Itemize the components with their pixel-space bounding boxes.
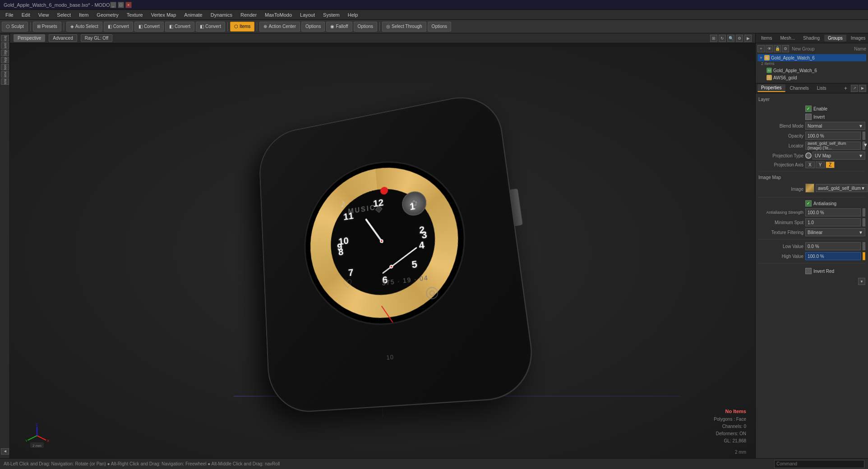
menu-select[interactable]: Select — [53, 11, 74, 18]
tool-edge[interactable]: Edge — [1, 50, 9, 56]
presets-button[interactable]: ⊞ Presets — [33, 22, 61, 32]
convert3-button[interactable]: ◧ Convert — [165, 22, 194, 32]
render-btn[interactable]: ⚙ — [782, 45, 789, 52]
low-value[interactable]: 0.0 % — [805, 242, 861, 250]
menu-view[interactable]: View — [35, 11, 53, 18]
options3-button[interactable]: Options — [428, 22, 451, 32]
bottom-panel-expand[interactable]: ▶ — [859, 85, 866, 92]
menu-system[interactable]: System — [319, 11, 343, 18]
watch-3d-scene[interactable]: ✿ ♪ MUSIC 12 1 2 — [10, 47, 755, 458]
toolbar-separator-1 — [30, 22, 31, 31]
image-dropdown[interactable]: aws6_gold_self_illum ▼ — [816, 184, 868, 192]
menu-file[interactable]: File — [2, 11, 17, 18]
menu-item[interactable]: Item — [75, 11, 92, 18]
tool-expand[interactable]: ▶ — [1, 448, 9, 455]
tool-element[interactable]: Element — [1, 71, 9, 78]
tool-polygon[interactable]: Polygon — [1, 57, 9, 63]
add-bottom-tab-button[interactable]: + — [842, 85, 849, 92]
projection-type-radio[interactable] — [805, 152, 812, 159]
menu-vertex-map[interactable]: Vertex Map — [148, 11, 180, 18]
high-value-slider[interactable] — [863, 252, 865, 260]
high-value-row: High Value 100.0 % — [758, 252, 865, 260]
high-value[interactable]: 100.0 % — [805, 252, 861, 260]
enable-checkbox[interactable]: ✓ — [805, 106, 812, 112]
min-spot-value[interactable]: 1.0 — [805, 218, 861, 226]
menu-dynamics[interactable]: Dynamics — [207, 11, 236, 18]
options2-button[interactable]: Options — [354, 22, 377, 32]
axis-x-btn[interactable]: X — [805, 161, 815, 168]
tool-texture-edit[interactable]: TextureEdit — [1, 42, 9, 49]
axis-z-btn[interactable]: Z — [826, 161, 835, 168]
axis-y-btn[interactable]: Y — [816, 161, 825, 168]
tab-lists[interactable]: Lists — [813, 85, 830, 92]
locator-dropdown-handle[interactable]: ▼ — [863, 142, 865, 150]
texture-filtering-dropdown[interactable]: Bilinear ▼ — [805, 228, 865, 236]
eye-btn[interactable]: 👁 — [766, 45, 773, 52]
bottom-panel-controls: ↗ ▶ — [851, 85, 866, 92]
perspective-tab[interactable]: Perspective — [14, 34, 45, 42]
autoselect-button[interactable]: ◈ Auto Select — [66, 22, 102, 32]
lock-btn[interactable]: 🔒 — [774, 45, 781, 52]
advanced-tab[interactable]: Advanced — [49, 34, 77, 42]
tab-properties[interactable]: Properties — [757, 84, 785, 92]
options1-button[interactable]: Options — [301, 22, 325, 32]
action-center-button[interactable]: ⊕ Action Center — [259, 22, 300, 32]
properties-expand-btn[interactable]: ▼ — [858, 278, 865, 285]
new-group-btn[interactable]: + — [757, 45, 765, 52]
aa-strength-value[interactable]: 100.0 % — [805, 208, 861, 216]
close-button[interactable]: × — [125, 2, 132, 8]
menu-layout[interactable]: Layout — [296, 11, 319, 18]
viewport-icon-2[interactable]: ↻ — [719, 35, 726, 42]
opacity-slider-handle[interactable] — [863, 132, 865, 140]
tab-items[interactable]: Items — [757, 35, 776, 41]
scene-item-watch6[interactable]: M Gold_Apple_Watch_6 — [765, 67, 866, 74]
invert-red-checkbox[interactable] — [805, 268, 812, 274]
menu-maxtomodo[interactable]: MaxToModo — [261, 11, 295, 18]
menu-animate[interactable]: Animate — [180, 11, 206, 18]
menu-edit[interactable]: Edit — [18, 11, 34, 18]
tab-groups[interactable]: Groups — [824, 35, 846, 41]
low-value-slider[interactable] — [863, 242, 865, 250]
viewport-icon-1[interactable]: ⊞ — [710, 35, 717, 42]
window-controls[interactable]: _ □ × — [110, 2, 132, 8]
maximize-button[interactable]: □ — [118, 2, 124, 8]
viewport-icon-5[interactable]: ▶ — [744, 35, 752, 42]
tab-channels[interactable]: Channels — [786, 85, 813, 92]
tool-item[interactable]: Item — [1, 64, 9, 70]
tool-vertex[interactable]: Vertex — [1, 78, 9, 85]
min-spot-slider[interactable] — [863, 218, 865, 226]
convert2-button[interactable]: ◧ Convert — [134, 22, 164, 32]
title-bar: Gold_Apple_Watch_6_modo_base.lxo* - MODO… — [0, 0, 868, 10]
menu-render[interactable]: Render — [237, 11, 260, 18]
convert1-button[interactable]: ◧ Convert — [104, 22, 133, 32]
sculpt-button[interactable]: ⬡ Sculpt — [2, 22, 28, 32]
projection-type-dropdown[interactable]: UV Map ▼ — [813, 152, 865, 160]
locator-value[interactable]: aws6_gold_self_illum (Image) (Te... — [805, 142, 861, 150]
viewport[interactable]: Perspective Advanced Ray GL: Off ⊞ ↻ 🔍 ⚙… — [10, 33, 755, 458]
antialiasing-checkbox[interactable]: ✓ — [805, 200, 812, 207]
bottom-panel-undock[interactable]: ↗ — [851, 85, 858, 92]
minimize-button[interactable]: _ — [110, 2, 116, 8]
raygl-tab[interactable]: Ray GL: Off — [81, 34, 113, 42]
menu-geometry[interactable]: Geometry — [93, 11, 122, 18]
items-button[interactable]: ⬡ Items — [230, 22, 254, 32]
scene-root-group[interactable]: ▼ G Gold_Apple_Watch_6 — [757, 54, 866, 61]
tab-shading[interactable]: Shading — [799, 35, 823, 41]
scene-item-gold[interactable]: T AWS6_gold — [765, 74, 866, 81]
menu-help[interactable]: Help — [344, 11, 362, 18]
blend-mode-dropdown[interactable]: Normal ▼ — [805, 122, 865, 130]
opacity-value[interactable]: 100.0 % — [805, 132, 861, 140]
tool-sculpt[interactable]: Sculpt — [1, 35, 9, 41]
menu-texture[interactable]: Texture — [123, 11, 147, 18]
invert-checkbox[interactable] — [805, 114, 812, 120]
viewport-icon-4[interactable]: ⚙ — [736, 35, 743, 42]
tab-mesh[interactable]: Mesh... — [776, 35, 799, 41]
command-input[interactable] — [774, 460, 864, 468]
falloff-button[interactable]: ◉ Falloff — [326, 22, 352, 32]
convert4-button[interactable]: ◧ Convert — [196, 22, 225, 32]
aa-slider-handle[interactable] — [863, 208, 865, 216]
select-through-button[interactable]: ◎ Select Through — [382, 22, 426, 32]
viewport-icon-3[interactable]: 🔍 — [727, 35, 734, 42]
tab-images[interactable]: Images — [847, 35, 868, 41]
svg-text:X: X — [47, 439, 50, 443]
